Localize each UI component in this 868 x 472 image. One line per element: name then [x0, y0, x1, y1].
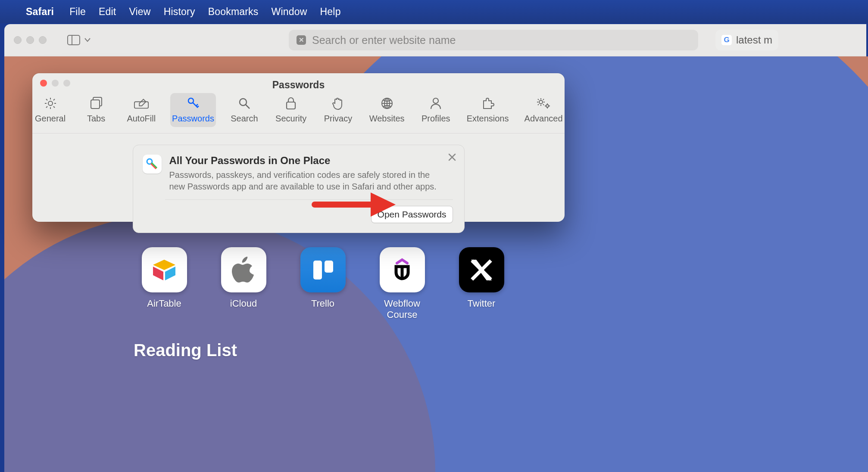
tab-passwords[interactable]: Passwords — [170, 93, 215, 127]
tab-label: Advanced — [525, 114, 563, 124]
tab-label: Privacy — [324, 114, 353, 124]
safari-toolbar: ✕ Search or enter website name G latest … — [4, 24, 866, 56]
key-icon — [185, 96, 201, 111]
divider — [165, 199, 453, 200]
favorite-label: Trello — [311, 298, 334, 309]
favorite-label: iCloud — [230, 298, 257, 309]
tab-label: Search — [231, 114, 258, 124]
safari-settings-window: Passwords General Tabs AutoFill Password… — [32, 73, 565, 222]
lock-icon — [283, 96, 299, 111]
settings-title: Passwords — [32, 79, 565, 91]
safari-window: ✕ Search or enter website name G latest … — [4, 24, 866, 56]
menubar-item-window[interactable]: Window — [272, 6, 307, 18]
dismiss-card-button[interactable] — [448, 151, 456, 165]
address-placeholder: Search or enter website name — [312, 34, 456, 47]
trello-icon — [300, 247, 346, 292]
svg-rect-9 — [134, 102, 148, 108]
svg-rect-8 — [91, 100, 100, 109]
passwords-promo-card: All Your Passwords in One Place Password… — [133, 145, 465, 233]
webflow-course-icon — [380, 247, 425, 292]
tab-label: Profiles — [422, 114, 450, 124]
tab-label: Websites — [369, 114, 405, 124]
menubar-item-file[interactable]: File — [69, 6, 86, 18]
person-icon — [428, 96, 443, 111]
tab-extensions[interactable]: Extensions — [465, 93, 510, 127]
menubar-item-bookmarks[interactable]: Bookmarks — [208, 6, 259, 18]
address-bar[interactable]: ✕ Search or enter website name — [289, 30, 698, 50]
svg-rect-12 — [287, 102, 295, 109]
x-twitter-icon — [459, 247, 504, 292]
tabs-icon — [88, 96, 104, 111]
apple-icon — [221, 247, 266, 292]
passwords-panel: All Your Passwords in One Place Password… — [32, 134, 565, 233]
svg-point-15 — [433, 98, 438, 103]
tab-autofill[interactable]: AutoFill — [124, 93, 158, 127]
menubar-item-edit[interactable]: Edit — [99, 6, 116, 18]
gears-icon — [536, 96, 551, 111]
favorite-label: Twitter — [468, 298, 496, 309]
close-window-button[interactable] — [14, 36, 22, 44]
sidebar-toggle[interactable] — [67, 35, 91, 45]
menubar-item-view[interactable]: View — [129, 6, 150, 18]
chevron-down-icon — [84, 38, 91, 42]
svg-rect-5 — [313, 261, 322, 279]
tab-label: AutoFill — [127, 114, 156, 124]
tab-label: General — [35, 114, 66, 124]
favorite-twitter[interactable]: Twitter — [451, 247, 512, 320]
minimize-window-button[interactable] — [26, 36, 34, 44]
card-heading: All Your Passwords in One Place — [169, 155, 445, 167]
tab-label: Tabs — [87, 114, 105, 124]
close-icon — [448, 153, 456, 161]
zoom-window-button[interactable] — [39, 36, 47, 44]
tab-privacy[interactable]: Privacy — [321, 93, 355, 127]
svg-rect-0 — [68, 35, 80, 45]
reading-list-heading: Reading List — [134, 341, 237, 360]
hand-icon — [330, 96, 346, 111]
tab-general[interactable]: General — [32, 93, 68, 127]
passwords-app-icon — [143, 155, 162, 174]
open-passwords-button[interactable]: Open Passwords — [371, 206, 453, 223]
tab-tabs[interactable]: Tabs — [80, 93, 112, 127]
favorite-webflow[interactable]: Webflow Course — [372, 247, 433, 320]
svg-point-7 — [48, 101, 53, 106]
gear-icon — [43, 96, 58, 111]
search-icon — [237, 96, 252, 111]
svg-point-17 — [546, 105, 549, 107]
google-favicon-icon: G — [721, 35, 732, 45]
favorite-trello[interactable]: Trello — [292, 247, 353, 320]
menubar-app-name[interactable]: Safari — [26, 6, 54, 18]
tab-profiles[interactable]: Profiles — [419, 93, 453, 127]
svg-rect-6 — [325, 261, 333, 273]
airtable-icon — [142, 247, 187, 292]
tab-label: latest m — [736, 34, 772, 46]
tab-websites[interactable]: Websites — [367, 93, 407, 127]
menubar-item-help[interactable]: Help — [320, 6, 341, 18]
favorite-airtable[interactable]: AirTable — [134, 247, 195, 320]
tab-google-search[interactable]: G latest m — [715, 30, 778, 50]
tab-label: Extensions — [467, 114, 509, 124]
svg-point-11 — [240, 99, 247, 106]
tab-security[interactable]: Security — [273, 93, 309, 127]
tab-search[interactable]: Search — [228, 93, 261, 127]
menubar-item-history[interactable]: History — [164, 6, 195, 18]
tab-label: Security — [275, 114, 306, 124]
tab-label: Passwords — [172, 114, 214, 124]
macos-menubar: Safari File Edit View History Bookmarks … — [0, 0, 868, 23]
sidebar-icon — [67, 35, 80, 45]
safari-window-controls — [14, 36, 47, 44]
tracking-shield-icon: ✕ — [297, 35, 306, 45]
svg-point-16 — [539, 100, 543, 104]
card-body: Passwords, passkeys, and verification co… — [169, 169, 445, 193]
favorite-label: Webflow Course — [372, 298, 433, 320]
globe-icon — [379, 96, 395, 111]
tab-advanced[interactable]: Advanced — [522, 93, 565, 127]
puzzle-icon — [480, 96, 496, 111]
settings-tabs: General Tabs AutoFill Passwords Search S… — [32, 90, 565, 134]
pencil-field-icon — [134, 96, 149, 111]
favorite-label: AirTable — [147, 298, 181, 309]
favorite-icloud[interactable]: iCloud — [213, 247, 274, 320]
